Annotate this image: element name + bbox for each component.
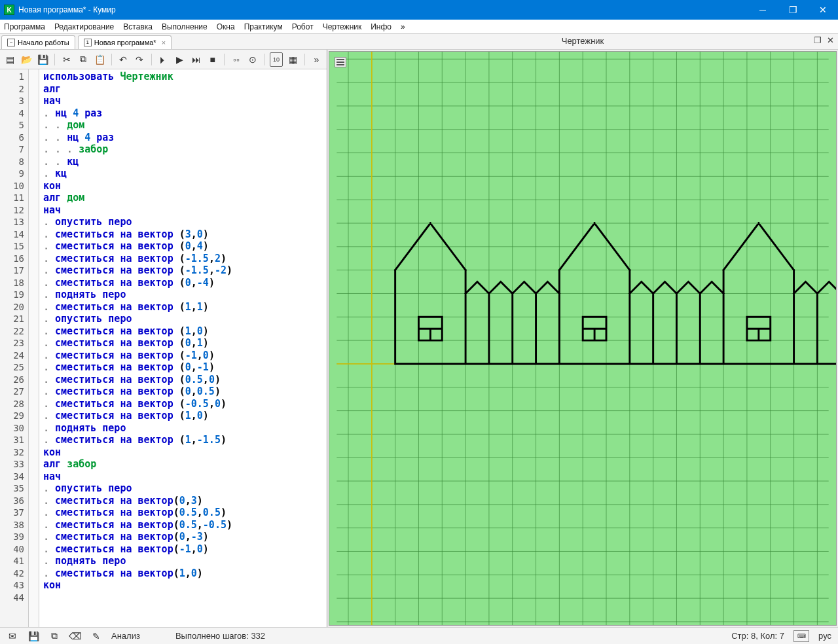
tab-start-icon: ~ (7, 39, 15, 46)
tab-program[interactable]: 1 Новая программа* × (78, 35, 172, 49)
run-icon[interactable]: ▶ (173, 52, 186, 67)
right-pane-header: Чертежник ❐ ✕ (327, 34, 838, 50)
open-file-icon[interactable]: 📂 (20, 52, 33, 67)
app-icon: K (4, 5, 14, 15)
new-file-icon[interactable]: ▤ (4, 52, 16, 67)
status-save-icon[interactable]: 💾 (27, 630, 39, 642)
tab-close-icon[interactable]: × (162, 39, 166, 46)
menubar: Программа Редактирование Вставка Выполне… (0, 20, 838, 34)
pane-close-icon[interactable]: ✕ (827, 35, 834, 45)
status-edit-icon[interactable]: ✎ (90, 630, 102, 642)
statusbar: ✉ 💾 ⧉ ⌫ ✎ Анализ Выполнено шагов: 332 Ст… (0, 627, 838, 644)
status-clear-icon[interactable]: ⌫ (69, 630, 81, 642)
maximize-button[interactable]: ❐ (778, 0, 808, 20)
menu-program[interactable]: Программа (4, 22, 45, 31)
right-pane-title: Чертежник ❐ ✕ (327, 34, 838, 49)
breakpoints-icon[interactable]: ◦◦ (230, 52, 242, 67)
line-gutter: 1234567891011121314151617181920212223242… (0, 69, 29, 627)
menu-robot[interactable]: Робот (292, 22, 314, 31)
status-steps: Выполнено шагов: 332 (175, 631, 265, 641)
redo-icon[interactable]: ↷ (134, 52, 146, 67)
editor-toolbar: ▤ 📂 💾 ✂ ⧉ 📋 ↶ ↷ ⏵ ▶ ⏭ ■ ◦◦ ⊙ 10 ▦ » (0, 50, 327, 69)
save-file-icon[interactable]: 💾 (37, 52, 49, 67)
tab-start[interactable]: ~ Начало работы (1, 35, 75, 49)
menu-insert[interactable]: Вставка (123, 22, 153, 31)
code-editor[interactable]: 1234567891011121314151617181920212223242… (0, 69, 327, 627)
status-copy-icon[interactable]: ⧉ (48, 630, 60, 642)
copy-icon[interactable]: ⧉ (77, 52, 89, 67)
menu-edit[interactable]: Редактирование (54, 22, 114, 31)
grid-icon[interactable]: ▦ (287, 52, 299, 67)
run-start-icon[interactable]: ⏵ (157, 52, 170, 67)
undo-icon[interactable]: ↶ (117, 52, 130, 67)
status-msg-icon[interactable]: ✉ (7, 630, 18, 642)
step-icon[interactable]: ⏭ (190, 52, 202, 67)
code-area[interactable]: использовать Чертежникалгнач. нц 4 раз. … (39, 69, 327, 627)
vars-icon[interactable]: ⊙ (246, 52, 259, 67)
stop-icon[interactable]: ■ (206, 52, 219, 67)
tab-program-label: Новая программа* (94, 39, 156, 46)
tab-start-label: Начало работы (18, 39, 69, 46)
grid10-icon[interactable]: 10 (270, 52, 282, 67)
cut-icon[interactable]: ✂ (60, 52, 73, 67)
titlebar: K Новая программа* - Кумир ─ ❐ ✕ (0, 0, 838, 20)
drawing-canvas[interactable] (329, 52, 836, 625)
fold-margin (29, 69, 39, 627)
status-lang: рус (818, 631, 831, 641)
menu-windows[interactable]: Окна (217, 22, 235, 31)
canvas-pane (329, 51, 837, 626)
toolbar-more-icon[interactable]: » (310, 52, 323, 67)
menu-drawer[interactable]: Чертежник (323, 22, 362, 31)
editor-pane: ▤ 📂 💾 ✂ ⧉ 📋 ↶ ↷ ⏵ ▶ ⏭ ■ ◦◦ ⊙ 10 ▦ » 12 (0, 50, 327, 627)
minimize-button[interactable]: ─ (748, 0, 778, 20)
menu-run[interactable]: Выполнение (162, 22, 208, 31)
menu-more[interactable]: » (401, 22, 405, 31)
status-analysis: Анализ (111, 631, 140, 641)
menu-info[interactable]: Инфо (371, 22, 392, 31)
editor-tabs: ~ Начало работы 1 Новая программа* × (0, 34, 327, 50)
status-cursor: Стр: 8, Кол: 7 (731, 631, 784, 641)
menu-practicum[interactable]: Практикум (244, 22, 283, 31)
paste-icon[interactable]: 📋 (94, 52, 106, 67)
close-button[interactable]: ✕ (808, 0, 838, 20)
status-keyboard-icon[interactable]: ⌨ (793, 630, 809, 642)
tab-program-icon: 1 (84, 39, 92, 46)
window-title: Новая программа* - Кумир (18, 5, 748, 14)
pane-popout-icon[interactable]: ❐ (814, 35, 822, 45)
canvas-menu-icon[interactable] (335, 57, 346, 67)
